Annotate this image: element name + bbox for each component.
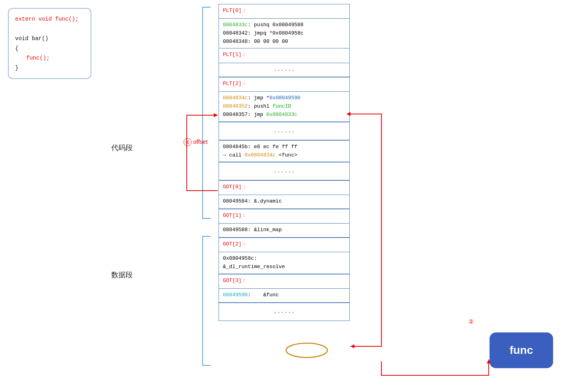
- got0-header-cell: GOT[0]：: [219, 180, 350, 195]
- got0-content: 08049584: &.dynamic: [219, 195, 350, 209]
- memory-column: PLT[0]： 0804833c: pushq 0x08049588 08048…: [219, 4, 350, 321]
- plt2-content: 0804834c: jmp *0x08049590 08048352: push…: [219, 91, 350, 122]
- got2-header-cell: GOT[2]：: [219, 238, 350, 252]
- func-label: func: [509, 344, 533, 357]
- plt2-label: PLT[2]：: [223, 81, 247, 87]
- got2-label: GOT[2]：: [223, 241, 247, 247]
- offset-label: ① offset: [184, 138, 208, 146]
- code-line-close: }: [15, 63, 84, 73]
- got0-label: GOT[0]：: [223, 184, 247, 190]
- code-box: extern void func(); void bar() { func();…: [8, 8, 91, 79]
- plt0-label: PLT[0]：: [223, 8, 247, 14]
- got1-line: 08049588: &link_map: [223, 226, 345, 234]
- plt2-line3: 08048357: jmp 0x0804833c: [223, 111, 345, 119]
- plt2-header-cell: PLT[2]：: [219, 77, 350, 91]
- got1-header-cell: GOT[1]：: [219, 209, 350, 223]
- got3-content: 08049590: &func: [219, 288, 350, 303]
- label-2: ②: [468, 318, 474, 325]
- plt1-label: PLT[1]：: [223, 52, 247, 58]
- got0-line: 08049584: &.dynamic: [223, 197, 345, 206]
- got2-content: 0x0804958c: &_dl_runtime_resolve: [219, 252, 350, 274]
- code-line-open: {: [15, 44, 84, 54]
- svg-point-0: [286, 343, 327, 357]
- plt1-dots: ......: [219, 63, 350, 77]
- circle-1-icon: ①: [184, 138, 192, 146]
- call-line2: → call 0x0804834c <func>: [223, 151, 345, 160]
- plt0-line3: 08048348: 00 00 00 00: [223, 38, 345, 46]
- call-line1: 0804845b: e8 ec fe ff ff: [223, 143, 345, 151]
- code-line-void: void bar(): [15, 34, 84, 44]
- code-section-bracket: [155, 4, 223, 258]
- call-cell: 0804845b: e8 ec fe ff ff → call 0x080483…: [219, 140, 350, 162]
- code-dots1: ......: [219, 122, 350, 140]
- got1-label: GOT[1]：: [223, 212, 247, 218]
- got2-line2: &_dl_runtime_resolve: [223, 263, 345, 271]
- data-section-bracket: [155, 230, 223, 381]
- code-line-func-call: func();: [15, 53, 84, 63]
- code-section-label: 代码段: [111, 143, 133, 153]
- code-line-extern: extern void func();: [15, 14, 84, 24]
- svg-marker-1: [214, 113, 218, 117]
- got3-addr: 08049590: [223, 292, 248, 298]
- bottom-dots: ......: [219, 303, 350, 321]
- code-blank: [15, 24, 84, 34]
- got1-content: 08049588: &link_map: [219, 223, 350, 238]
- code-dots2: ......: [219, 162, 350, 180]
- plt0-content: 0804833c: pushq 0x08049588 08048342: jmp…: [219, 18, 350, 48]
- plt2-line2: 08048352: pushl funcID: [223, 102, 345, 111]
- func-box: func: [490, 332, 553, 368]
- got3-header-cell: GOT[3]：: [219, 274, 350, 288]
- plt0-line2: 08048342: jmpq *0x0804958c: [223, 29, 345, 38]
- plt1-header-cell: PLT[1]：: [219, 48, 350, 63]
- plt2-line1: 0804834c: jmp *0x08049590: [223, 94, 345, 102]
- got3-label: GOT[3]：: [223, 278, 247, 284]
- plt0-line1: 0804833c: pushq 0x08049588: [223, 21, 345, 29]
- svg-marker-2: [350, 344, 354, 348]
- data-section-label: 数据段: [111, 270, 133, 280]
- plt0-header-cell: PLT[0]：: [219, 4, 350, 18]
- got2-line1: 0x0804958c:: [223, 255, 345, 263]
